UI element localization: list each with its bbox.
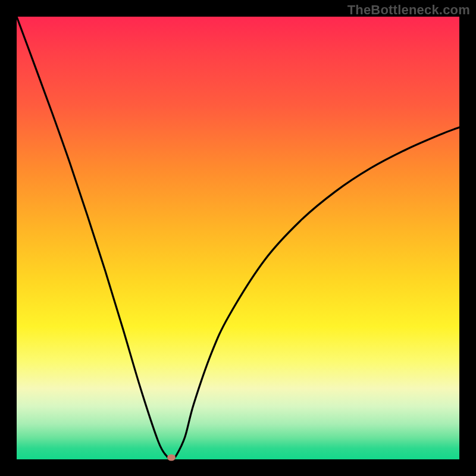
min-marker xyxy=(167,455,176,461)
watermark-text: TheBottleneck.com xyxy=(347,2,470,18)
bottleneck-curve xyxy=(17,17,459,459)
chart-frame: TheBottleneck.com xyxy=(0,0,476,476)
plot-area xyxy=(17,17,459,459)
curve-svg xyxy=(17,17,459,459)
